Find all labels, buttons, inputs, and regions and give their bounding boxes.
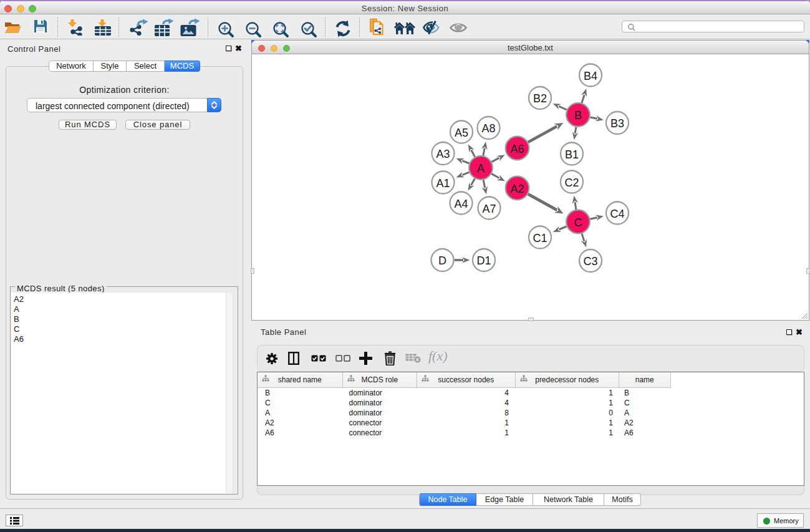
svg-text:C2: C2 <box>564 177 579 189</box>
svg-text:C1: C1 <box>533 232 547 244</box>
svg-text:B: B <box>574 109 582 122</box>
svg-text:A5: A5 <box>455 127 468 139</box>
svg-text:A8: A8 <box>481 122 495 135</box>
svg-text:B3: B3 <box>610 117 624 130</box>
svg-text:D: D <box>438 254 446 267</box>
svg-text:A4: A4 <box>454 198 468 210</box>
svg-text:A7: A7 <box>482 203 496 215</box>
svg-text:D1: D1 <box>476 254 491 267</box>
svg-text:A: A <box>477 162 485 175</box>
svg-text:C3: C3 <box>583 255 597 268</box>
svg-text:A1: A1 <box>436 177 450 190</box>
svg-text:A2: A2 <box>510 183 524 195</box>
svg-text:A6: A6 <box>510 143 524 155</box>
svg-text:B1: B1 <box>565 148 579 161</box>
svg-text:C: C <box>574 216 582 229</box>
svg-text:B2: B2 <box>533 92 547 105</box>
svg-text:C4: C4 <box>610 208 624 220</box>
svg-text:B4: B4 <box>584 70 597 82</box>
svg-text:A3: A3 <box>436 148 450 160</box>
